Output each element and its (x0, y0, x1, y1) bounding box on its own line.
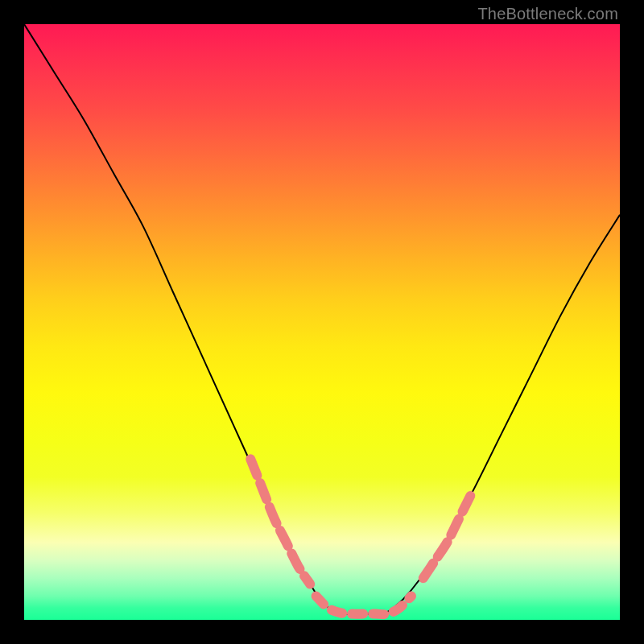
chart-svg (24, 24, 620, 620)
plot-area (24, 24, 620, 620)
series-curve (24, 24, 620, 614)
watermark-text: TheBottleneck.com (477, 5, 618, 23)
chart-frame: TheBottleneck.com (0, 0, 644, 644)
series-left-highlight (250, 459, 310, 584)
series-right-highlight (423, 495, 471, 579)
series-bottom-highlight (316, 596, 411, 614)
